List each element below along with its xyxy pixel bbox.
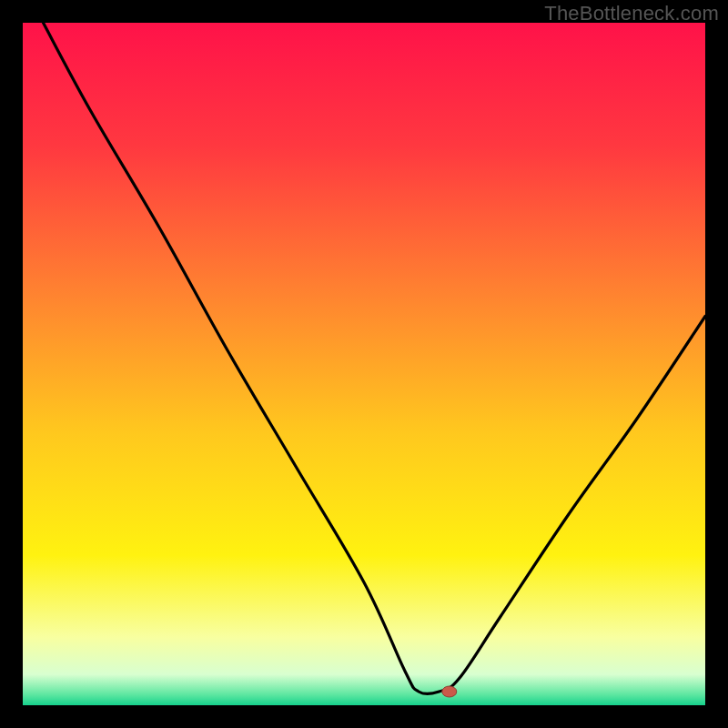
gradient-plot: [23, 23, 705, 705]
chart-svg: [23, 23, 705, 705]
gradient-bg: [23, 23, 705, 705]
chart-frame: TheBottleneck.com: [0, 0, 728, 728]
optimum-marker: [442, 686, 457, 697]
